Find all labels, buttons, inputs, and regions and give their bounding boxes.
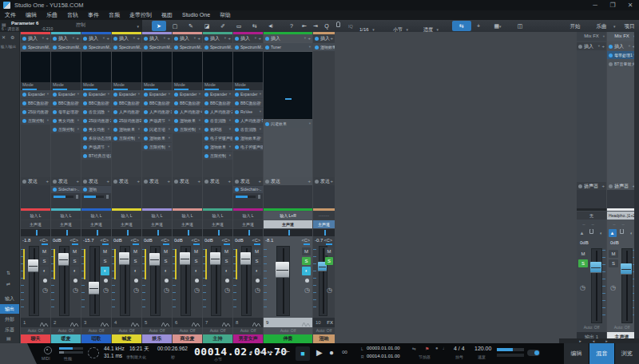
fast-forward-button[interactable]: ▸▸ <box>268 349 273 355</box>
input-gain-slider[interactable] <box>23 249 25 279</box>
fader-handle[interactable] <box>89 282 99 295</box>
chevron-down-icon[interactable]: ▾ <box>224 34 226 42</box>
output-route[interactable]: 主声道 <box>142 220 172 228</box>
insert-slot[interactable]: 混响效果▾ <box>313 43 335 51</box>
channel-strip[interactable]: 插入▾+SpectrumM..▾ModeExpander▾BBC激励器▾人声均衡… <box>203 32 232 343</box>
automation-clock-icon[interactable]: ◷ <box>580 285 585 291</box>
mute-button[interactable]: M <box>70 247 79 255</box>
power-icon[interactable] <box>113 119 117 123</box>
send-knob[interactable] <box>106 195 109 199</box>
power-icon[interactable] <box>204 101 208 105</box>
inserts-header[interactable]: 插入▾+ <box>577 42 606 50</box>
chevron-down-icon[interactable]: ▾ <box>138 134 140 142</box>
menu-item[interactable]: 事件 <box>83 10 104 20</box>
chevron-down-icon[interactable]: ▾ <box>108 117 109 125</box>
fader-handle[interactable] <box>590 262 601 273</box>
insert-slot[interactable]: Expander▾ <box>112 90 141 98</box>
insert-slot[interactable]: 人声均衡器 4▾ <box>173 108 202 116</box>
volume-value-row[interactable]: 0dB<C> <box>51 237 81 245</box>
pan-mini-slider[interactable] <box>163 243 169 245</box>
insert-slot[interactable]: BBC激励器▾ <box>51 99 81 107</box>
analyzer-plugin-slot[interactable]: SpectrumM..▾ <box>233 43 263 51</box>
insert-slot[interactable]: BBC激励器▾ <box>203 99 232 107</box>
insert-slot[interactable]: Expander▾ <box>81 90 111 98</box>
automation-clock-icon[interactable]: ◷ <box>73 287 78 294</box>
power-icon[interactable] <box>144 136 148 140</box>
insert-slot[interactable]: BBC激励器▾ <box>21 99 50 107</box>
mixfx-tab[interactable]: Mix FX▾ <box>577 32 606 41</box>
power-icon[interactable] <box>22 180 26 184</box>
send-slot[interactable]: Sidechain-.. <box>233 186 263 193</box>
chevron-down-icon[interactable]: ▾ <box>199 90 200 98</box>
return-to-start-button[interactable]: ⇤ <box>285 349 290 355</box>
chevron-down-icon[interactable]: ▾ <box>199 125 200 133</box>
inserts-header[interactable]: 插入▾+ <box>142 34 172 42</box>
power-icon[interactable] <box>609 53 613 57</box>
automation-clock-icon[interactable]: ◷ <box>164 287 169 294</box>
insert-slot[interactable]: 电子管暖声器▾ <box>233 143 263 151</box>
power-icon[interactable] <box>204 37 208 41</box>
insert-slot[interactable]: 压限控制▾ <box>203 152 232 160</box>
pan-value[interactable]: <C> <box>131 238 139 243</box>
power-icon[interactable] <box>113 128 117 132</box>
record-arm-button[interactable] <box>256 279 260 283</box>
mute-button[interactable]: M <box>222 247 231 255</box>
output-route[interactable]: 主声道 <box>112 220 141 228</box>
chevron-down-icon[interactable]: ▾ <box>194 34 196 42</box>
automation-mode-row[interactable]: Auto: Off <box>112 327 141 334</box>
io-dropdown[interactable]: 输入/输出 <box>1 45 16 49</box>
volume-value-row[interactable]: -15.7<C> <box>81 237 111 245</box>
input-gain-slider[interactable] <box>175 249 177 279</box>
fader-handle[interactable] <box>149 253 160 266</box>
mute-button[interactable]: M <box>325 247 333 255</box>
power-icon[interactable] <box>113 93 117 97</box>
speakers-header[interactable]: 扬声器+ <box>577 182 606 190</box>
mono-button[interactable]: ◐ <box>192 267 200 275</box>
power-icon[interactable] <box>235 145 239 149</box>
automation-mode-row[interactable]: Auto: Off <box>264 327 312 334</box>
channel-name-strip[interactable]: 伴奏 <box>264 334 312 343</box>
power-icon[interactable] <box>53 128 57 132</box>
power-icon[interactable] <box>235 93 239 97</box>
pan-strip[interactable] <box>264 229 312 236</box>
automation-clock-icon[interactable]: ◷ <box>255 287 260 294</box>
power-icon[interactable] <box>235 37 239 41</box>
menu-item[interactable]: 视图 <box>157 10 177 20</box>
sends-header[interactable]: 发送+ <box>51 177 81 185</box>
chevron-down-icon[interactable]: ▾ <box>169 90 170 98</box>
sends-header[interactable]: 发送+ <box>112 177 141 185</box>
chevron-down-icon[interactable]: ▾ <box>260 134 261 142</box>
fader-handle[interactable] <box>276 262 289 278</box>
output-channel-strip[interactable]: Mix FX▾插入▾+母带处理1▾BT音量最大.▾扬声器+Headpho..)1… <box>607 32 637 343</box>
pencil-tool-button[interactable]: ✎ <box>184 21 198 31</box>
inserts-header[interactable]: 插入▾+ <box>313 34 335 42</box>
sends-header[interactable]: 发送+ <box>81 177 111 185</box>
solo-button[interactable]: S <box>302 257 311 265</box>
analyzer-plugin-slot[interactable]: SpectrumM..▾ <box>112 43 141 51</box>
mute-button[interactable]: M <box>101 247 109 255</box>
inserts-header[interactable]: 插入▾+ <box>173 34 202 42</box>
add-send-button[interactable]: + <box>76 177 79 185</box>
insert-slot[interactable]: 压限控制▾ <box>112 134 141 142</box>
insert-slot[interactable]: Expander▾ <box>233 90 263 98</box>
power-icon[interactable] <box>113 101 117 105</box>
analyzer-plugin-slot[interactable]: SpectrumM..▾ <box>203 43 232 51</box>
output-route[interactable]: 主声道 <box>51 220 81 228</box>
power-icon[interactable] <box>204 136 208 140</box>
input-gain-slider[interactable] <box>84 249 85 279</box>
channel-name-strip[interactable]: 男变女声 <box>233 334 263 343</box>
insert-slot[interactable]: 闪避效果▾ <box>264 120 312 128</box>
send-level-slider[interactable] <box>54 196 73 198</box>
project-page-button[interactable]: 项目 <box>620 21 639 31</box>
sends-header[interactable]: 发送+ <box>264 177 312 185</box>
speakers-header[interactable]: 扬声器+ <box>607 182 637 190</box>
talkback-mic-button[interactable] <box>331 21 345 31</box>
power-icon[interactable] <box>113 136 117 140</box>
pan-strip[interactable] <box>233 229 263 236</box>
input-route[interactable]: 输入 L <box>173 212 202 220</box>
snap-toggle-button[interactable]: + <box>474 21 483 31</box>
forward-button[interactable]: ▸ <box>278 349 281 355</box>
power-icon[interactable] <box>22 119 26 123</box>
power-icon[interactable] <box>204 119 208 123</box>
solo-button[interactable]: S <box>252 257 261 265</box>
